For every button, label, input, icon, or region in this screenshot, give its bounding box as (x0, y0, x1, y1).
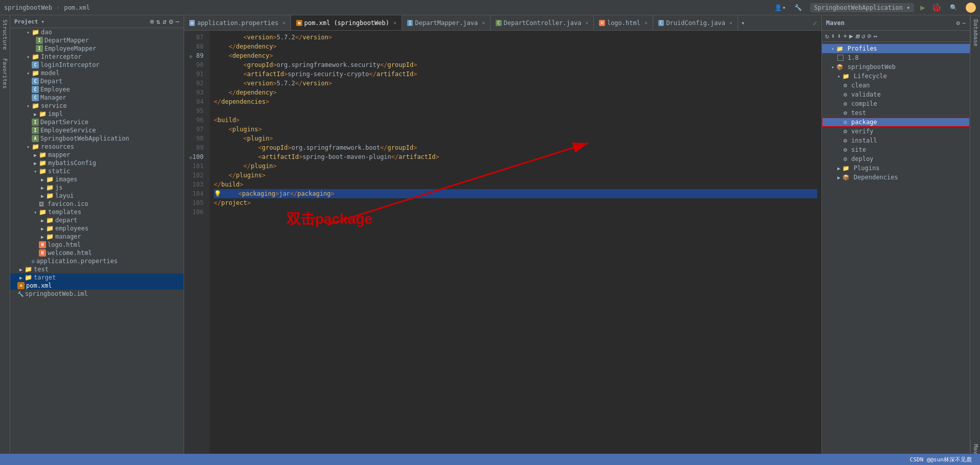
debug-button[interactable]: 🐞 (931, 3, 942, 12)
employee-mapper-icon: I (36, 45, 43, 52)
tree-item-depart-tmpl[interactable]: ▶ 📁 depart (10, 216, 184, 224)
tree-item-employees-tmpl[interactable]: ▶ 📁 employees (10, 224, 184, 232)
tab-more[interactable]: ▾ (738, 19, 748, 27)
maven-download-icon[interactable]: ⬇ (837, 32, 841, 40)
tab-druid-icon: C (658, 20, 664, 26)
tree-item-manager[interactable]: C Manager (10, 94, 184, 102)
tree-item-mapper-folder[interactable]: ▶ 📁 mapper (10, 151, 184, 159)
minimize-icon[interactable]: − (175, 17, 180, 26)
maven-run-icon[interactable]: ▶ (849, 32, 853, 40)
tab-depart-mapper-close[interactable]: ✕ (482, 20, 485, 26)
tree-item-resources[interactable]: ▾ 📁 resources (10, 143, 184, 151)
run-button[interactable]: ▶ (920, 3, 925, 12)
settings-icon[interactable]: ⚙ (169, 17, 173, 26)
tree-item-service[interactable]: ▾ 📁 service (10, 102, 184, 110)
maven-dependencies[interactable]: ▶ 📦 Dependencies (822, 173, 970, 182)
profiles-arrow: ▾ (831, 46, 834, 52)
code-line-98: <plugin> (214, 134, 817, 143)
maven-verify[interactable]: ⚙ verify (822, 127, 970, 136)
tree-item-app-prop[interactable]: ⚙ application.properties (10, 257, 184, 265)
tree-item-interceptor[interactable]: ▾ 📁 Interceptor (10, 53, 184, 61)
run-config-dropdown[interactable]: SpringbootWebApplication ▾ (810, 3, 915, 12)
tree-item-manager-tmpl[interactable]: ▶ 📁 manager (10, 232, 184, 241)
tab-druid-config[interactable]: C DruidConfig.java ✕ (653, 15, 738, 31)
project-dropdown[interactable]: ▾ (41, 18, 44, 25)
status-text: CSDN @@sun林深不见鹿 (910, 456, 972, 463)
tree-item-depart[interactable]: C Depart (10, 77, 184, 85)
maven-springbootweb[interactable]: ▾ 📦 springbootWeb (822, 62, 970, 72)
structure-label[interactable]: Structure (0, 15, 10, 54)
tree-item-dao[interactable]: ▾ 📁 dao (10, 28, 184, 36)
pom-icon: m (17, 282, 25, 289)
maven-lifecycle[interactable]: ▾ 📁 Lifecycle (822, 72, 970, 81)
tree-item-logo-html[interactable]: H logo.html (10, 241, 184, 249)
sort2-icon[interactable]: ⇵ (163, 17, 167, 26)
maven-clean[interactable]: ⚙ clean (822, 81, 970, 90)
user-icon[interactable]: 👤▾ (774, 4, 786, 11)
maven-add-icon[interactable]: + (843, 32, 847, 40)
code-line-95 (214, 106, 817, 115)
tree-item-images[interactable]: ▶ 📁 images (10, 175, 184, 183)
tree-item-departmapper[interactable]: I DepartMapper (10, 36, 184, 44)
maven-site[interactable]: ⚙ site (822, 145, 970, 154)
tab-depart-controller[interactable]: C DepartController.java ✕ (491, 15, 594, 31)
tab-logo-icon: H (599, 20, 605, 26)
maven-lifecycle-icon[interactable]: ↺ (861, 32, 865, 40)
favorites-label[interactable]: Favorites (0, 54, 10, 93)
tree-item-model[interactable]: ▾ 📁 model (10, 69, 184, 77)
maven-install[interactable]: ⚙ install (822, 136, 970, 145)
maven-m-icon[interactable]: m (855, 32, 859, 40)
sort-icon[interactable]: ⇅ (156, 17, 160, 26)
search-icon[interactable]: 🔍 (950, 4, 957, 11)
maven-test[interactable]: ⚙ test (822, 108, 970, 118)
tree-item-templates[interactable]: ▾ 📁 templates (10, 208, 184, 216)
maven-refresh-icon[interactable]: ↻ (825, 32, 829, 40)
tree-item-static[interactable]: ▾ 📁 static (10, 167, 184, 175)
tree-item-employee[interactable]: C Employee (10, 85, 184, 94)
tree-item-employeemapper[interactable]: I EmployeeMapper (10, 44, 184, 53)
tree-item-departservice[interactable]: I DepartService (10, 118, 184, 126)
tree-item-test[interactable]: ▶ 📁 test (10, 265, 184, 273)
tree-item-welcome-html[interactable]: H welcome.html (10, 249, 184, 257)
tree-item-layui[interactable]: ▶ 📁 layui (10, 192, 184, 200)
tree-item-js[interactable]: ▶ 📁 js (10, 183, 184, 192)
database-label[interactable]: Database (970, 15, 981, 51)
maven-minimize-icon[interactable]: − (962, 19, 966, 27)
maven-plugins[interactable]: ▶ 📁 Plugins (822, 164, 970, 173)
tree-item-favicon[interactable]: 🖼 favicon.ico (10, 200, 184, 208)
vcs-icon[interactable]: 🔧 (794, 4, 802, 11)
tab-pom-xml[interactable]: m pom.xml (springbootWeb) ✕ (291, 15, 402, 31)
maven-expand-icon[interactable]: ↔ (874, 32, 878, 40)
maven-deploy[interactable]: ⚙ deploy (822, 154, 970, 164)
editor-area: ⚙ application.properties ✕ m pom.xml (sp… (184, 15, 821, 465)
maven-profile-18[interactable]: 1.8 (822, 53, 970, 62)
tree-item-mybatisconfig[interactable]: ▶ 📁 mybatisConfig (10, 159, 184, 167)
code-content[interactable]: <version>5.7.2</version> </dependency> <… (210, 31, 821, 465)
tab-logo-close[interactable]: ✕ (644, 20, 648, 26)
maven-package[interactable]: ⚙ package (822, 118, 970, 127)
tab-application-properties[interactable]: ⚙ application.properties ✕ (184, 15, 291, 31)
tree-item-pom[interactable]: m pom.xml (10, 282, 184, 290)
tab-pom-close[interactable]: ✕ (393, 20, 396, 26)
maven-settings-icon[interactable]: ⚙ (956, 19, 960, 27)
add-icon[interactable]: ⊕ (150, 17, 154, 26)
tab-logo-html[interactable]: H logo.html ✕ (594, 15, 653, 31)
tree-item-logininterceptor[interactable]: C loginInterceptor (10, 61, 184, 69)
tree-item-target[interactable]: ▶ 📁 target (10, 273, 184, 282)
maven-skip-icon[interactable]: ⊘ (867, 32, 872, 40)
tab-app-prop-close[interactable]: ✕ (282, 20, 285, 26)
tab-depart-mapper[interactable]: I DepartMapper.java ✕ (402, 15, 491, 31)
tab-druid-close[interactable]: ✕ (729, 20, 732, 26)
tree-item-springbootapp[interactable]: A SpringbootWebApplication (10, 134, 184, 143)
tree-item-iml[interactable]: 🔧 springbootWeb.iml (10, 290, 184, 298)
profile-18-checkbox[interactable] (837, 55, 843, 61)
maven-validate[interactable]: ⚙ validate (822, 90, 970, 99)
maven-reimport-icon[interactable]: ⬇ (831, 32, 835, 40)
deploy-label: deploy (851, 155, 873, 162)
target-folder-icon: 📁 (25, 274, 32, 281)
maven-compile[interactable]: ⚙ compile (822, 99, 970, 108)
tree-item-employeeservice[interactable]: I EmployeeService (10, 126, 184, 134)
maven-profiles[interactable]: ▾ 📁 Profiles (822, 44, 970, 53)
tree-item-impl[interactable]: ▶ 📁 impl (10, 110, 184, 118)
tab-depart-ctrl-close[interactable]: ✕ (585, 20, 588, 26)
